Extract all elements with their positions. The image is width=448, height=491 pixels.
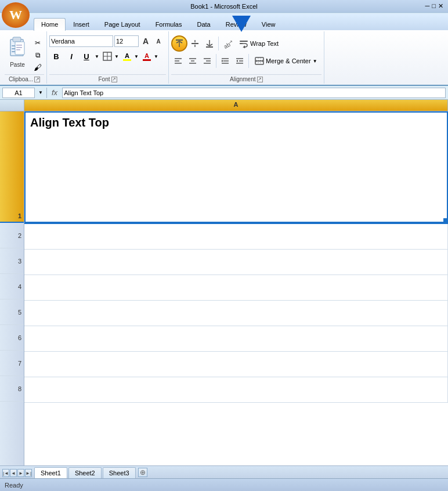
fill-color-button[interactable]: A [121, 49, 133, 63]
grid-row-2 [24, 224, 448, 250]
row-number-5[interactable]: 5 [0, 299, 24, 325]
tab-home[interactable]: Home [34, 18, 66, 31]
row-number-7[interactable]: 7 [0, 351, 24, 376]
row-number-1[interactable]: 1 [0, 111, 24, 223]
cell-a7[interactable] [24, 352, 448, 377]
svg-marker-40 [222, 60, 223, 62]
ribbon-group-clipboard: Paste ✂ ⧉ 🖌 Clipboa... ↗ [0, 31, 47, 84]
blue-arrow-indicator [232, 16, 251, 32]
copy-button[interactable]: ⧉ [31, 49, 44, 61]
borders-dropdown[interactable]: ▼ [114, 50, 120, 62]
tab-sheet2[interactable]: Sheet2 [68, 467, 102, 478]
bold-button[interactable]: B [49, 50, 63, 62]
wrap-text-icon [239, 39, 248, 48]
underline-dropdown[interactable]: ▼ [95, 50, 100, 62]
cell-a1-content: Align Text Top [26, 113, 114, 133]
cell-a6[interactable] [24, 326, 448, 351]
formula-input[interactable] [62, 88, 446, 98]
grid-row-4 [24, 275, 448, 301]
align-bottom-button[interactable] [203, 37, 216, 50]
corner-cell[interactable] [0, 100, 24, 111]
decrease-indent-button[interactable] [218, 54, 232, 68]
cell-a4[interactable] [24, 275, 448, 300]
wrap-text-button[interactable]: Wrap Text [235, 37, 283, 50]
row-number-4[interactable]: 4 [0, 274, 24, 299]
row-number-6[interactable]: 6 [0, 325, 24, 351]
tab-insert[interactable]: Insert [66, 18, 97, 31]
window-controls: ─ □ ✕ [425, 2, 443, 10]
svg-rect-8 [16, 45, 22, 46]
font-name-selector[interactable] [49, 35, 113, 47]
sheet-tabs-bar: |◄ ◄ ► ►| Sheet1 Sheet2 Sheet3 ⊕ [0, 465, 448, 478]
align-right-button[interactable] [200, 54, 214, 68]
paste-label: Paste [10, 62, 25, 68]
first-sheet-button[interactable]: |◄ [2, 469, 9, 477]
cell-reference-box[interactable] [2, 88, 35, 98]
ribbon-tabs: Home Insert Page Layout Formulas Data Re… [0, 14, 448, 30]
tab-formulas[interactable]: Formulas [148, 18, 190, 31]
font-shrink-button[interactable]: A [153, 35, 164, 47]
align-center-button[interactable] [186, 54, 200, 68]
tab-sheet1[interactable]: Sheet1 [34, 467, 67, 478]
font-size-selector[interactable] [114, 35, 139, 47]
cell-a8[interactable] [24, 377, 448, 402]
office-button[interactable]: W [0, 0, 31, 30]
cut-button[interactable]: ✂ [31, 37, 44, 49]
paste-button[interactable]: Paste [5, 35, 30, 69]
align-middle-button[interactable] [188, 37, 202, 50]
svg-rect-3 [13, 37, 21, 42]
tab-sheet3[interactable]: Sheet3 [103, 467, 136, 478]
svg-rect-27 [240, 41, 248, 42]
column-headers: A [0, 100, 448, 111]
tab-data[interactable]: Data [189, 18, 218, 31]
wrap-text-label: Wrap Text [250, 40, 279, 47]
svg-marker-51 [262, 60, 263, 62]
col-header-a[interactable]: A [24, 100, 448, 111]
cell-a1[interactable]: Align Text Top [24, 111, 448, 223]
fx-label: fx [49, 88, 60, 97]
alignment-expand-icon[interactable]: ↗ [257, 77, 263, 82]
row-number-2[interactable]: 2 [0, 223, 24, 248]
cell-a3[interactable] [24, 250, 448, 275]
font-color-dropdown[interactable]: ▼ [154, 50, 160, 62]
font-color-button[interactable]: A [141, 49, 153, 63]
cell-a2[interactable] [24, 224, 448, 249]
svg-text:W: W [9, 8, 22, 22]
grid-row-1: Align Text Top [24, 111, 448, 224]
align-left-button[interactable] [171, 54, 185, 68]
align-top-button[interactable] [171, 35, 187, 52]
format-painter-button[interactable]: 🖌 [31, 62, 44, 73]
cell-resize-handle[interactable] [443, 218, 447, 222]
increase-indent-button[interactable] [233, 54, 247, 68]
status-text: Ready [5, 482, 23, 489]
ribbon-content: Paste ✂ ⧉ 🖌 Clipboa... ↗ [0, 30, 448, 86]
title-bar-text: Book1 - Microsoft Excel [190, 3, 258, 10]
cell-ref-dropdown[interactable]: ▼ [37, 88, 44, 98]
prev-sheet-button[interactable]: ◄ [10, 469, 17, 477]
italic-button[interactable]: I [64, 50, 78, 62]
font-expand-icon[interactable]: ↗ [111, 77, 117, 82]
grid-row-7 [24, 352, 448, 377]
new-sheet-button[interactable]: ⊕ [138, 468, 147, 477]
borders-button[interactable] [102, 50, 113, 62]
svg-rect-10 [16, 49, 20, 50]
next-sheet-button[interactable]: ► [17, 469, 24, 477]
merge-center-button[interactable]: Merge & Center ▼ [251, 55, 321, 67]
merge-center-dropdown[interactable]: ▼ [313, 59, 317, 64]
ribbon-group-font: A A B I U ▼ [47, 31, 169, 84]
fill-color-dropdown[interactable]: ▼ [134, 50, 140, 62]
svg-text:↗: ↗ [229, 39, 233, 45]
text-rotation-button[interactable]: ab ↗ [221, 37, 234, 50]
svg-marker-44 [236, 60, 238, 62]
row-number-8[interactable]: 8 [0, 376, 24, 402]
font-grow-button[interactable]: A [140, 35, 151, 47]
cell-a5[interactable] [24, 301, 448, 326]
merge-center-label: Merge & Center [266, 57, 311, 64]
formula-bar: ▼ fx [0, 86, 448, 100]
row-number-3[interactable]: 3 [0, 248, 24, 274]
underline-button[interactable]: U [80, 50, 93, 62]
last-sheet-button[interactable]: ►| [25, 469, 32, 477]
tab-page-layout[interactable]: Page Layout [97, 18, 148, 31]
clipboard-expand-icon[interactable]: ↗ [34, 77, 40, 82]
tab-view[interactable]: View [254, 18, 283, 31]
